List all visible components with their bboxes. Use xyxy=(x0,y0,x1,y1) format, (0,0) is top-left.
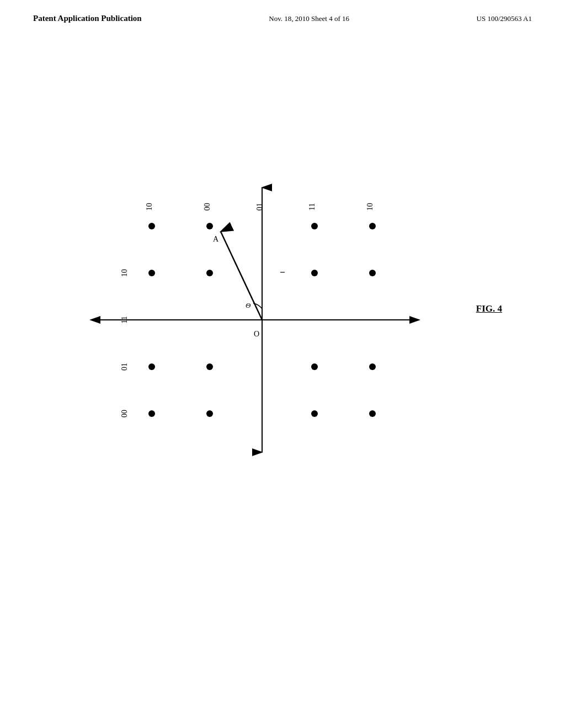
svg-point-13 xyxy=(311,270,318,276)
svg-point-15 xyxy=(148,363,155,370)
svg-text:10: 10 xyxy=(366,203,374,211)
svg-point-11 xyxy=(148,270,155,276)
label-O: O xyxy=(254,330,259,338)
svg-point-7 xyxy=(148,223,155,229)
svg-point-18 xyxy=(369,363,376,370)
svg-point-16 xyxy=(206,363,213,370)
svg-point-20 xyxy=(206,410,213,417)
page-header: Patent Application Publication Nov. 18, … xyxy=(0,14,565,23)
header-left: Patent Application Publication xyxy=(33,14,142,23)
figure-area: FIG. 4 xyxy=(55,154,469,485)
svg-text:11: 11 xyxy=(308,203,316,210)
svg-point-10 xyxy=(369,223,376,229)
svg-text:11: 11 xyxy=(120,316,129,323)
svg-text:10: 10 xyxy=(120,269,129,277)
header-center: Nov. 18, 2010 Sheet 4 of 16 xyxy=(269,14,349,23)
svg-point-9 xyxy=(311,223,318,229)
svg-text:01: 01 xyxy=(120,363,129,371)
header-right: US 100/290563 A1 xyxy=(477,14,532,23)
svg-text:–: – xyxy=(280,267,285,276)
label-theta: Θ xyxy=(246,301,251,309)
svg-point-12 xyxy=(206,270,213,276)
svg-point-22 xyxy=(369,410,376,417)
svg-point-8 xyxy=(206,223,213,229)
svg-text:00: 00 xyxy=(120,410,129,417)
svg-point-14 xyxy=(369,270,376,276)
svg-text:10: 10 xyxy=(145,203,153,211)
svg-point-21 xyxy=(311,410,318,417)
svg-text:00: 00 xyxy=(203,203,211,211)
figure-label: FIG. 4 xyxy=(476,303,502,314)
svg-point-17 xyxy=(311,363,318,370)
svg-text:01: 01 xyxy=(255,203,264,211)
svg-line-6 xyxy=(221,232,262,320)
svg-point-19 xyxy=(148,410,155,417)
figure-diagram: 10 00 01 11 10 10 11 01 00 O A Θ – xyxy=(55,154,469,485)
label-A: A xyxy=(213,235,219,243)
